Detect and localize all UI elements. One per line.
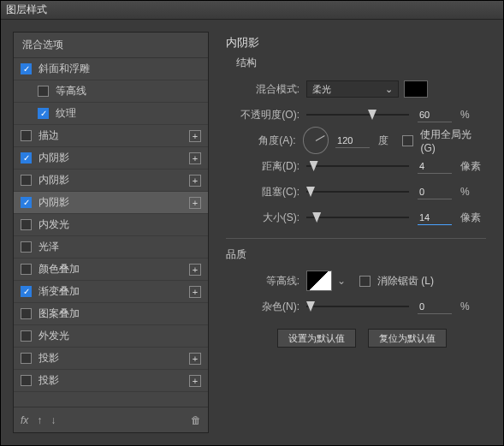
effect-row[interactable]: 外发光: [14, 325, 208, 348]
size-row: 大小(S): 像素: [226, 207, 486, 228]
effects-list: 斜面和浮雕等高线纹理描边+内阴影+内阴影+内阴影+内发光光泽颜色叠加+渐变叠加+…: [14, 58, 208, 407]
effect-row[interactable]: 描边+: [14, 125, 208, 147]
choke-input[interactable]: [418, 184, 452, 199]
trash-icon[interactable]: 🗑: [191, 414, 201, 426]
effect-checkbox[interactable]: [21, 219, 32, 230]
effect-checkbox[interactable]: [21, 264, 32, 275]
opacity-input[interactable]: [418, 107, 452, 122]
effect-row[interactable]: 纹理: [14, 103, 208, 125]
layer-style-dialog: 图层样式 混合选项 斜面和浮雕等高线纹理描边+内阴影+内阴影+内阴影+内发光光泽…: [0, 0, 504, 446]
effect-row[interactable]: 内阴影+: [14, 169, 208, 192]
effect-row[interactable]: 图案叠加: [14, 303, 208, 325]
chevron-down-icon[interactable]: ⌄: [337, 275, 347, 287]
effect-row[interactable]: 投影+: [14, 348, 208, 370]
make-default-button[interactable]: 设置为默认值: [277, 329, 356, 348]
effect-label: 内阴影: [39, 173, 189, 187]
effect-checkbox[interactable]: [21, 152, 32, 164]
effect-checkbox[interactable]: [21, 63, 32, 74]
angle-label: 角度(A):: [226, 134, 296, 148]
effect-label: 光泽: [39, 240, 201, 254]
titlebar[interactable]: 图层样式: [1, 1, 503, 20]
effect-row[interactable]: 颜色叠加+: [14, 259, 208, 281]
effect-row[interactable]: 渐变叠加+: [14, 281, 208, 303]
effect-checkbox[interactable]: [38, 86, 49, 97]
distance-input[interactable]: [418, 158, 452, 174]
effect-row[interactable]: 等高线: [14, 80, 208, 103]
size-label: 大小(S):: [226, 211, 299, 225]
choke-slider[interactable]: [306, 186, 409, 198]
effect-checkbox[interactable]: [21, 353, 32, 364]
effect-row[interactable]: 光泽: [14, 236, 208, 259]
fx-icon[interactable]: fx: [21, 414, 28, 426]
chevron-down-icon: ⌄: [385, 84, 393, 95]
contour-picker[interactable]: [306, 271, 332, 291]
add-instance-icon[interactable]: +: [189, 375, 201, 387]
antialias-label: 消除锯齿 (L): [377, 274, 434, 288]
effect-checkbox[interactable]: [21, 286, 32, 297]
effect-checkbox[interactable]: [21, 130, 32, 141]
global-light-checkbox[interactable]: [402, 135, 413, 146]
effect-row[interactable]: 投影+: [14, 370, 208, 392]
add-instance-icon[interactable]: +: [189, 353, 201, 365]
effect-label: 图案叠加: [39, 306, 201, 321]
effect-label: 颜色叠加: [39, 262, 189, 277]
sidebar-header[interactable]: 混合选项: [14, 33, 208, 58]
add-instance-icon[interactable]: +: [189, 130, 201, 142]
percent-unit: %: [460, 186, 486, 198]
move-up-icon[interactable]: ↑: [37, 414, 42, 426]
structure-label: 结构: [236, 56, 486, 70]
noise-slider[interactable]: [306, 300, 409, 312]
effect-label: 投影: [39, 351, 189, 366]
size-input[interactable]: [418, 210, 452, 225]
settings-panel: 内阴影 结构 混合模式: 柔光 ⌄ 不透明度(O): %: [209, 20, 503, 445]
effect-checkbox[interactable]: [21, 197, 32, 208]
px-unit: 像素: [460, 159, 486, 174]
add-instance-icon[interactable]: +: [189, 152, 201, 164]
effect-checkbox[interactable]: [21, 241, 32, 253]
effect-checkbox[interactable]: [38, 108, 49, 119]
effect-label: 描边: [39, 128, 189, 143]
effect-row[interactable]: 内发光: [14, 214, 208, 236]
effect-label: 内阴影: [39, 195, 189, 210]
effect-checkbox[interactable]: [21, 330, 32, 342]
distance-slider[interactable]: [306, 160, 409, 172]
blend-mode-value: 柔光: [312, 83, 331, 96]
effect-label: 外发光: [39, 329, 201, 343]
color-swatch[interactable]: [404, 80, 428, 98]
add-instance-icon[interactable]: +: [189, 286, 201, 298]
reset-default-button[interactable]: 复位为默认值: [368, 329, 447, 348]
angle-dial[interactable]: [303, 127, 329, 154]
global-light-label: 使用全局光 (G): [420, 128, 486, 154]
divider: [226, 238, 486, 239]
noise-input[interactable]: [418, 299, 452, 314]
contour-row: 等高线: ⌄ 消除锯齿 (L): [226, 271, 486, 291]
effect-checkbox[interactable]: [21, 375, 32, 386]
effect-checkbox[interactable]: [21, 175, 32, 186]
contour-label: 等高线:: [226, 274, 299, 288]
angle-input[interactable]: [335, 133, 370, 148]
add-instance-icon[interactable]: +: [189, 264, 201, 276]
effect-row[interactable]: 内阴影+: [14, 147, 208, 169]
effect-label: 内阴影: [39, 151, 189, 165]
effect-row[interactable]: 内阴影+: [14, 192, 208, 214]
opacity-slider[interactable]: [306, 109, 409, 121]
sidebar-footer: fx ↑ ↓ 🗑: [14, 407, 208, 432]
add-instance-icon[interactable]: +: [189, 175, 201, 187]
effect-row[interactable]: 斜面和浮雕: [14, 58, 208, 80]
percent-unit: %: [460, 109, 486, 121]
distance-row: 距离(D): 像素: [226, 156, 486, 176]
blend-mode-select[interactable]: 柔光 ⌄: [306, 80, 399, 98]
add-instance-icon[interactable]: +: [189, 197, 201, 209]
noise-row: 杂色(N): %: [226, 296, 486, 317]
move-down-icon[interactable]: ↓: [50, 414, 56, 426]
effect-label: 纹理: [56, 106, 201, 121]
size-slider[interactable]: [306, 211, 409, 223]
percent-unit: %: [460, 300, 486, 312]
antialias-checkbox[interactable]: [359, 276, 371, 287]
effect-label: 渐变叠加: [39, 284, 189, 299]
effect-label: 投影: [39, 373, 189, 388]
button-row: 设置为默认值 复位为默认值: [277, 329, 486, 348]
quality-label: 品质: [226, 247, 486, 262]
effect-checkbox[interactable]: [21, 308, 32, 319]
opacity-label: 不透明度(O):: [226, 108, 299, 122]
